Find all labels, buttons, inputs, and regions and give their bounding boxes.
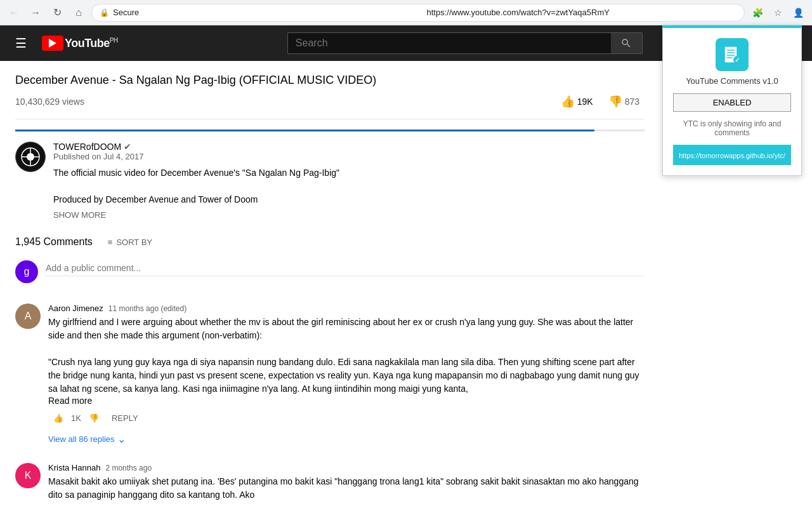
ytc-link[interactable]: https://tomorrowapps.github.io/ytc/ [679, 152, 785, 159]
dislike-icon: 👎 [608, 95, 622, 109]
ytc-popup: ✓ YouTube Comments v1.0 ENABLED YTC is o… [662, 25, 802, 176]
dislike-button[interactable]: 👎 873 [603, 92, 645, 111]
comment-text: My girlfriend and I were arguing about w… [48, 316, 645, 396]
comment-time: 2 months ago [105, 464, 152, 472]
comment-meta: Aaron Jimenez 11 months ago (edited) [48, 304, 645, 313]
read-more-button[interactable]: Read more [48, 396, 92, 406]
view-replies-label: View all 86 replies [48, 434, 115, 444]
ytc-enabled-button[interactable]: ENABLED [673, 93, 791, 112]
view-count: 10,430,629 views [15, 97, 84, 107]
comment-like-button[interactable]: 👍 [48, 411, 69, 425]
add-comment-row: g [15, 260, 645, 283]
secure-icon: 🔒 [100, 8, 109, 17]
comment-input[interactable] [46, 260, 645, 276]
ytc-logo-area: ✓ YouTube Comments v1.0 [673, 38, 791, 86]
home-button[interactable]: ⌂ [70, 4, 88, 22]
back-button[interactable]: ← [5, 4, 23, 22]
comment-item: A Aaron Jimenez 11 months ago (edited) M… [15, 304, 645, 448]
youtube-logo-text: YouTubePH [65, 37, 118, 50]
bookmark-button[interactable]: ☆ [769, 4, 787, 22]
sort-label: SORT BY [116, 237, 152, 247]
commenter-name: Aaron Jimenez [48, 304, 103, 313]
comment-dislike-icon: 👎 [89, 413, 99, 423]
url-text: Secure [113, 8, 423, 17]
like-bar-fill [15, 130, 594, 131]
comment-dislike-button[interactable]: 👎 [84, 411, 104, 425]
comment-time: 11 months ago (edited) [108, 304, 187, 313]
verified-badge: ✔ [124, 142, 131, 152]
like-icon: 👍 [561, 95, 575, 109]
svg-text:✓: ✓ [735, 57, 740, 64]
like-button[interactable]: 👍 19K [556, 92, 598, 111]
sort-icon: ≡ [108, 237, 113, 247]
dislike-count: 873 [625, 97, 639, 107]
channel-avatar [15, 142, 46, 172]
menu-button[interactable]: ☰ [10, 30, 32, 56]
comment-body: Krista Hannah 2 months ago Masakit bakit… [48, 463, 645, 502]
channel-name: TOWERofDOOM ✔ [53, 142, 339, 152]
chevron-down-icon: ⌄ [117, 433, 126, 445]
comments-count: 1,945 Comments [15, 236, 93, 248]
description: The official music video for December Av… [53, 166, 339, 206]
user-avatar: g [15, 260, 38, 283]
comment-like-count: 1K [71, 413, 81, 423]
publish-date: Published on Jul 4, 2017 [53, 152, 339, 161]
comment-item: K Krista Hannah 2 months ago Masakit bak… [15, 463, 645, 502]
comment-actions: 👍 1K 👎 REPLY [48, 411, 645, 425]
comment-body: Aaron Jimenez 11 months ago (edited) My … [48, 304, 645, 448]
like-count: 19K [577, 97, 593, 107]
url-display: https://www.youtube.com/watch?v=zwtYaqa5… [427, 8, 737, 17]
comment-avatar: A [15, 304, 41, 329]
video-actions: 👍 19K 👎 873 [556, 92, 645, 111]
search-button[interactable] [611, 32, 643, 54]
sort-by-button[interactable]: ≡ SORT BY [108, 237, 152, 247]
youtube-logo-icon [42, 36, 63, 51]
ytc-link-bar: https://tomorrowapps.github.io/ytc/ [673, 145, 791, 165]
like-bar [15, 130, 645, 131]
video-meta: 10,430,629 views 👍 19K 👎 873 [15, 92, 645, 119]
show-more-button[interactable]: SHOW MORE [53, 206, 106, 224]
search-input[interactable] [287, 32, 611, 54]
profile-button[interactable]: 👤 [789, 4, 807, 22]
video-title: December Avenue - Sa Ngalan Ng Pag-Ibig … [15, 74, 645, 87]
extensions-button[interactable]: 🧩 [749, 4, 766, 22]
comment-meta: Krista Hannah 2 months ago [48, 463, 645, 472]
forward-button[interactable]: → [27, 4, 44, 22]
ytc-info-text: YTC is only showing info and comments [673, 119, 791, 137]
comments-header: 1,945 Comments ≡ SORT BY [15, 236, 645, 248]
browser-actions: 🧩 ☆ 👤 [749, 4, 807, 22]
commenter-name: Krista Hannah [48, 463, 100, 472]
comment-avatar: K [15, 463, 41, 488]
comment-text: Masakit bakit ako umiiyak shet putang in… [48, 475, 645, 502]
address-bar: 🔒 Secure https://www.youtube.com/watch?v… [91, 4, 745, 22]
svg-point-2 [27, 153, 34, 161]
comment-like-icon: 👍 [53, 413, 63, 423]
ytc-icon: ✓ [716, 38, 749, 71]
youtube-logo[interactable]: YouTubePH [42, 36, 118, 51]
ytc-title: YouTube Comments v1.0 [686, 76, 778, 86]
browser-chrome: ← → ↻ ⌂ 🔒 Secure https://www.youtube.com… [0, 0, 812, 25]
comment-reply-button[interactable]: REPLY [107, 411, 143, 425]
view-replies-button[interactable]: View all 86 replies ⌄ [48, 431, 126, 448]
channel-info: TOWERofDOOM ✔ Published on Jul 4, 2017 T… [53, 142, 339, 224]
channel-row: TOWERofDOOM ✔ Published on Jul 4, 2017 T… [15, 142, 645, 224]
main-content: December Avenue - Sa Ngalan Ng Pag-Ibig … [0, 61, 660, 508]
reload-button[interactable]: ↻ [48, 4, 66, 22]
search-bar [287, 32, 643, 54]
